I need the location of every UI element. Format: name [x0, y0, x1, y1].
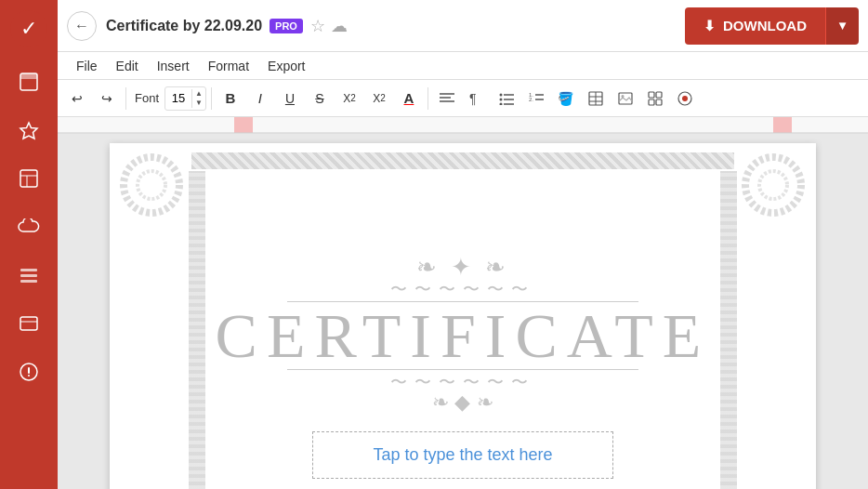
- font-size-arrows: ▲ ▼: [191, 89, 205, 108]
- svg-rect-7: [20, 274, 37, 277]
- cloud-save-icon[interactable]: ☁: [331, 16, 348, 36]
- sidebar-item-alert[interactable]: [0, 348, 58, 396]
- sidebar-item-card[interactable]: [0, 299, 58, 348]
- svg-point-39: [682, 96, 688, 101]
- swirl-bottom: ❧ ◆ ❧: [432, 392, 493, 413]
- swirl-line-bottom: 〜〜〜〜〜〜: [390, 374, 535, 390]
- sidebar-item-cloud[interactable]: [0, 203, 58, 251]
- svg-point-45: [745, 157, 801, 213]
- placeholder-text: Tap to type the text here: [373, 445, 552, 464]
- subscript-button[interactable]: X2: [365, 85, 393, 112]
- menu-format[interactable]: Format: [199, 55, 258, 77]
- corner-decoration-tr: [739, 151, 809, 220]
- menu-file[interactable]: File: [67, 55, 107, 77]
- align-button[interactable]: [433, 85, 461, 112]
- certificate-content: ❧ ✦ ❧ 〜〜〜〜〜〜 CERTIFICATE 〜〜〜〜〜〜 ❧ ◆ ❧: [110, 236, 816, 490]
- back-button[interactable]: ←: [67, 11, 97, 41]
- canvas-area[interactable]: ❧ ✦ ❧ 〜〜〜〜〜〜 CERTIFICATE 〜〜〜〜〜〜 ❧ ◆ ❧: [58, 134, 868, 489]
- top-border-pattern: [191, 152, 734, 169]
- image-button[interactable]: [612, 85, 639, 112]
- swirl-top: ❧ ✦ ❧: [416, 255, 509, 279]
- special-chars-button[interactable]: [641, 85, 669, 112]
- sidebar-item-layout[interactable]: [0, 58, 58, 106]
- italic-button[interactable]: I: [246, 85, 274, 112]
- font-color-button[interactable]: A: [395, 85, 423, 112]
- font-size-input[interactable]: [165, 91, 191, 105]
- download-button[interactable]: ⬇ DOWNLOAD: [685, 7, 825, 45]
- svg-rect-8: [20, 280, 37, 283]
- download-group: ⬇ DOWNLOAD ▼: [685, 7, 859, 45]
- svg-rect-37: [656, 99, 662, 105]
- svg-rect-35: [656, 92, 662, 98]
- svg-rect-1: [20, 73, 37, 79]
- document-page: ❧ ✦ ❧ 〜〜〜〜〜〜 CERTIFICATE 〜〜〜〜〜〜 ❧ ◆ ❧: [110, 143, 816, 489]
- toolbar-divider-2: [211, 87, 212, 110]
- bullet-list-button[interactable]: [493, 85, 520, 112]
- svg-point-13: [28, 375, 30, 377]
- numbered-list-button[interactable]: 1.2.: [522, 85, 550, 112]
- superscript-button[interactable]: X2: [335, 85, 363, 112]
- corner-decoration-tl: [117, 151, 187, 220]
- font-size-down[interactable]: ▼: [192, 99, 205, 108]
- svg-rect-36: [649, 99, 654, 105]
- paint-bucket-button[interactable]: 🪣: [552, 85, 580, 112]
- download-label: DOWNLOAD: [723, 18, 807, 33]
- svg-point-18: [499, 93, 502, 96]
- toolbar-divider-3: [427, 87, 428, 110]
- main-area: ← Certificate by 22.09.20 PRO ☆ ☁ ⬇ DOWN…: [58, 0, 868, 489]
- menu-edit[interactable]: Edit: [107, 55, 148, 77]
- svg-point-46: [759, 171, 787, 199]
- font-label: Font: [131, 91, 163, 105]
- svg-point-19: [499, 98, 502, 100]
- download-icon: ⬇: [704, 18, 716, 34]
- svg-marker-2: [20, 123, 37, 139]
- undo-button[interactable]: ↩: [63, 85, 91, 112]
- menu-bar: File Edit Insert Format Export: [58, 52, 868, 80]
- paragraph-style-button[interactable]: ¶: [463, 85, 491, 112]
- svg-rect-3: [20, 170, 37, 187]
- font-size-up[interactable]: ▲: [192, 89, 205, 99]
- svg-rect-9: [20, 317, 37, 330]
- pro-badge: PRO: [270, 19, 303, 33]
- svg-rect-40: [234, 117, 253, 134]
- toolbar-divider-1: [125, 87, 126, 110]
- svg-point-43: [124, 157, 179, 213]
- chevron-down-icon: ▼: [836, 19, 848, 33]
- top-bar: ← Certificate by 22.09.20 PRO ☆ ☁ ⬇ DOWN…: [58, 0, 868, 52]
- text-placeholder-box[interactable]: Tap to type the text here: [312, 431, 613, 479]
- svg-point-20: [499, 102, 502, 105]
- sidebar-item-favorites[interactable]: [0, 106, 58, 154]
- logo-check: ✓: [10, 10, 47, 47]
- sidebar: ✓: [0, 0, 58, 489]
- menu-insert[interactable]: Insert: [148, 55, 199, 77]
- svg-text:¶: ¶: [469, 91, 477, 106]
- download-dropdown-button[interactable]: ▼: [825, 7, 859, 45]
- svg-rect-34: [649, 92, 654, 98]
- document-title: Certificate by 22.09.20: [106, 18, 262, 34]
- swirl-line-top: 〜〜〜〜〜〜: [390, 281, 535, 297]
- sidebar-item-templates[interactable]: [0, 154, 58, 203]
- underline-button[interactable]: U: [276, 85, 304, 112]
- certificate-title: CERTIFICATE: [216, 304, 711, 367]
- logo: ✓: [0, 0, 58, 58]
- redo-button[interactable]: ↪: [93, 85, 121, 112]
- svg-rect-41: [773, 117, 792, 134]
- bold-button[interactable]: B: [217, 85, 244, 112]
- favorite-icon[interactable]: ☆: [310, 16, 325, 36]
- ruler: [58, 117, 868, 134]
- font-size-group: ▲ ▼: [164, 86, 206, 111]
- menu-export[interactable]: Export: [258, 55, 314, 77]
- svg-text:2.: 2.: [529, 97, 533, 102]
- svg-point-44: [138, 171, 165, 199]
- sidebar-item-list[interactable]: [0, 251, 58, 299]
- record-button[interactable]: [671, 85, 699, 112]
- toolbar: ↩ ↪ Font ▲ ▼ B I U S X2 X2 A ¶ 1.2.: [58, 80, 868, 117]
- svg-rect-6: [20, 269, 37, 271]
- strikethrough-button[interactable]: S: [306, 85, 334, 112]
- table-button[interactable]: [582, 85, 610, 112]
- horizontal-rule-bottom: [287, 369, 638, 370]
